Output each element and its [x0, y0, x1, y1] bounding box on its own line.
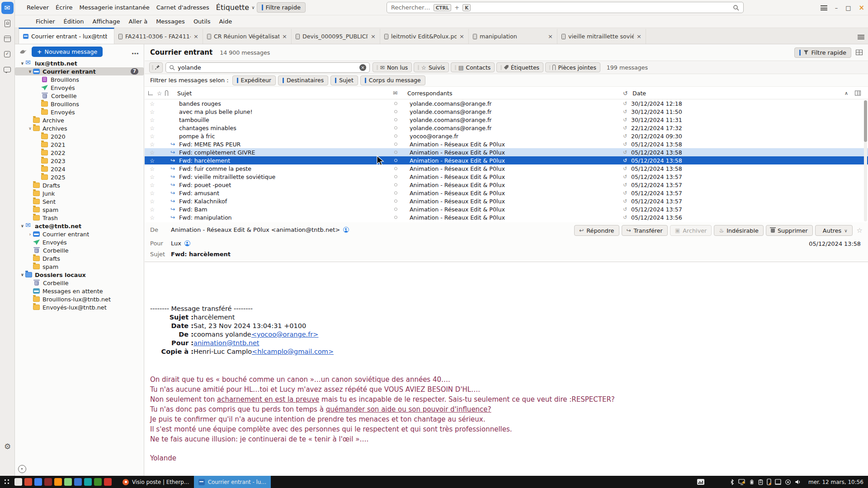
- folder-item[interactable]: Corbeille: [15, 279, 144, 287]
- folder-item[interactable]: 2023: [15, 157, 144, 165]
- launcher-icon[interactable]: [104, 478, 112, 486]
- bluetooth-icon[interactable]: [730, 479, 735, 485]
- launcher-icon[interactable]: [24, 478, 32, 486]
- close-tab-icon[interactable]: ×: [193, 33, 198, 40]
- star-icon[interactable]: [150, 182, 155, 188]
- star-icon[interactable]: [150, 157, 155, 164]
- to-value[interactable]: Lux: [171, 240, 181, 247]
- folder-item[interactable]: Trash: [15, 214, 144, 222]
- read-indicator[interactable]: [394, 102, 397, 105]
- message-row[interactable]: Fwd: amusant Animation - Réseaux Edit & …: [145, 189, 868, 197]
- star-icon[interactable]: [150, 174, 155, 180]
- star-message-icon[interactable]: ☆: [857, 226, 863, 235]
- message-row[interactable]: chantages minables yolande.coomans@orang…: [145, 124, 868, 132]
- twisty-icon[interactable]: [27, 126, 33, 131]
- tag-dropdown[interactable]: Étiquette: [216, 3, 255, 12]
- tablet-icon[interactable]: [775, 479, 781, 485]
- star-icon[interactable]: [150, 117, 155, 123]
- folder-item[interactable]: Archives: [15, 124, 144, 132]
- clock[interactable]: mer. 12 mars, 10:56: [808, 479, 863, 485]
- read-indicator[interactable]: [394, 216, 397, 219]
- clipboard-icon[interactable]: [758, 479, 763, 485]
- message-row[interactable]: Fwd: pouet -pouet Animation - Réseaux Ed…: [145, 181, 868, 189]
- quick-filter-button[interactable]: Non lus: [373, 62, 412, 72]
- list-all-tabs-icon[interactable]: [858, 35, 864, 40]
- folder-item[interactable]: Brouillons: [15, 75, 144, 84]
- message-row[interactable]: Fwd: complètement GIVRE Animation - Rése…: [145, 148, 868, 156]
- message-row[interactable]: Fwd: fuir comme la peste Animation - Rés…: [145, 164, 868, 173]
- contact-icon[interactable]: [184, 240, 190, 246]
- folder-pane-options-button[interactable]: …: [132, 47, 139, 56]
- tab[interactable]: Devis_000095_PUBLICITE_TRIA ×: [292, 29, 380, 44]
- star-icon[interactable]: [150, 198, 155, 205]
- star-icon[interactable]: [150, 133, 155, 140]
- close-tab-icon[interactable]: ×: [371, 33, 376, 40]
- read-indicator[interactable]: [394, 151, 397, 154]
- menu-item[interactable]: Aide: [219, 18, 232, 25]
- twisty-icon[interactable]: [19, 272, 25, 277]
- folder-item[interactable]: 2020: [15, 132, 144, 141]
- read-indicator[interactable]: [394, 110, 397, 113]
- launcher-icon[interactable]: [74, 478, 82, 486]
- launcher-icon[interactable]: [94, 478, 102, 486]
- folder-item[interactable]: Brouillons: [15, 100, 144, 108]
- network-icon[interactable]: [785, 479, 791, 485]
- list-scrollbar[interactable]: [864, 100, 867, 221]
- message-action-button[interactable]: Autres: [815, 225, 853, 236]
- clear-search-icon[interactable]: ×: [359, 64, 366, 71]
- launcher-icon[interactable]: [34, 478, 42, 486]
- folder-item[interactable]: Archive: [15, 116, 144, 124]
- from-value[interactable]: Animation - Réseaux Edit & P0lux <animat…: [171, 226, 340, 233]
- read-indicator[interactable]: [394, 127, 397, 130]
- message-action-button[interactable]: Répondre: [574, 225, 619, 236]
- unread-column-icon[interactable]: ✉: [393, 90, 397, 96]
- toolbar-button[interactable]: Carnet d'adresses: [156, 4, 209, 11]
- read-indicator[interactable]: [394, 208, 397, 211]
- minimize-icon[interactable]: –: [835, 5, 838, 11]
- star-icon[interactable]: [150, 108, 155, 115]
- quick-filter-button[interactable]: Pièces jointes: [545, 62, 600, 72]
- message-row[interactable]: bandes rouges yolande.coomans@orange.fr …: [145, 99, 868, 108]
- message-action-button[interactable]: Indésirable: [714, 225, 764, 236]
- message-row[interactable]: Fwd: MEME PAS PEUR Animation - Réseaux E…: [145, 140, 868, 148]
- folder-item[interactable]: Messages en attente: [15, 287, 144, 295]
- folder-item[interactable]: Drafts: [15, 181, 144, 189]
- new-message-button[interactable]: Nouveau message: [32, 47, 103, 57]
- settings-button[interactable]: [1, 441, 14, 453]
- toolbar-button[interactable]: Relever: [27, 4, 49, 11]
- folder-item[interactable]: 2022: [15, 149, 144, 157]
- email-link[interactable]: <hlcamplo@gmail.com>: [252, 347, 334, 356]
- star-icon[interactable]: [150, 125, 155, 131]
- star-icon[interactable]: [150, 100, 155, 107]
- redirect-column-icon[interactable]: ↺: [623, 89, 628, 96]
- read-indicator[interactable]: [394, 167, 397, 170]
- show-applications-icon[interactable]: [4, 479, 11, 486]
- email-link[interactable]: animation@tntb.net: [193, 339, 259, 347]
- sticky-pin-button[interactable]: [149, 62, 163, 73]
- read-indicator[interactable]: [394, 175, 397, 178]
- folder-item[interactable]: Dossiers locaux: [15, 271, 144, 279]
- quick-filter-search-field[interactable]: ×: [165, 62, 370, 73]
- folder-item[interactable]: Corbeille: [15, 246, 144, 254]
- menu-item[interactable]: Fichier: [36, 18, 55, 25]
- message-row[interactable]: Fwd: harcèlement Animation - Réseaux Edi…: [145, 156, 868, 164]
- close-tab-icon[interactable]: ×: [637, 33, 642, 40]
- folder-item[interactable]: Junk: [15, 189, 144, 197]
- column-picker-icon[interactable]: [855, 90, 861, 95]
- read-indicator[interactable]: [394, 135, 397, 138]
- twisty-icon[interactable]: [27, 231, 33, 237]
- folder-item[interactable]: 2024: [15, 165, 144, 173]
- address-book-space-icon[interactable]: [1, 17, 14, 29]
- read-indicator[interactable]: [394, 183, 397, 187]
- tab[interactable]: manipulation ×: [469, 29, 557, 44]
- subject-column-header[interactable]: Sujet: [177, 89, 192, 96]
- tab[interactable]: Courrier entrant - lux@tntb.net ×: [19, 28, 114, 44]
- read-indicator[interactable]: [394, 159, 397, 162]
- quick-filter-button[interactable]: Étiquettes: [496, 62, 543, 72]
- quick-filter-button[interactable]: Suivis: [414, 62, 449, 72]
- underlined-text[interactable]: quémander son aide ou son pouvoir d'infl…: [326, 405, 491, 413]
- folder-item[interactable]: spam: [15, 263, 144, 271]
- tab[interactable]: FA2411-0306 - FA2411-0306.pd ×: [114, 29, 203, 44]
- system-monitor-icon[interactable]: [697, 479, 704, 485]
- launcher-icon[interactable]: [54, 478, 62, 486]
